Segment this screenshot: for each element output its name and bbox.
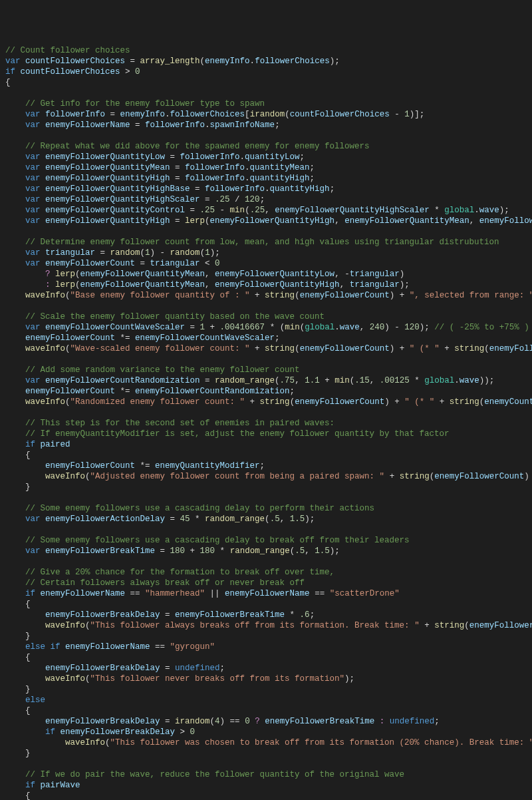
comment: // Count follower choices (5, 46, 130, 55)
fn: array_length (140, 57, 200, 66)
var: countFollowerChoices (25, 57, 125, 66)
kw: var (5, 57, 25, 66)
code-block: // Count follower choices var countFollo… (5, 45, 527, 800)
